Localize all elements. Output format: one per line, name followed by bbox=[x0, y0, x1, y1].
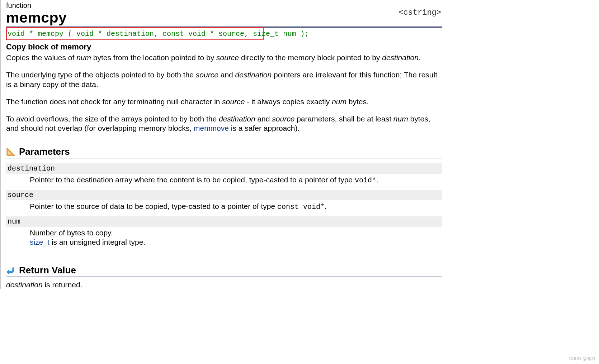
title-row: memcpy <cstring> bbox=[6, 10, 588, 26]
text: The underlying type of the objects point… bbox=[6, 71, 196, 79]
text: Number of bytes to copy. bbox=[30, 229, 113, 237]
source-italic: source bbox=[216, 53, 239, 62]
parameters-section: Parameters destination Pointer to the de… bbox=[6, 146, 588, 247]
text: . bbox=[419, 53, 421, 62]
return-value-heading: Return Value bbox=[19, 265, 76, 276]
return-arrow-icon bbox=[6, 266, 15, 275]
desc-paragraph-3: The function does not check for any term… bbox=[6, 97, 440, 106]
memmove-link[interactable]: memmove bbox=[194, 124, 229, 132]
num-italic: num bbox=[76, 53, 91, 62]
text: Copies the values of bbox=[6, 53, 76, 62]
text: - it always copies exactly bbox=[245, 97, 332, 106]
param-name: num bbox=[6, 216, 442, 227]
text: is a safer approach). bbox=[229, 124, 300, 132]
text: bytes. bbox=[346, 97, 369, 106]
text: bytes from the location pointed to by bbox=[91, 53, 216, 62]
description: Copies the values of num bytes from the … bbox=[6, 53, 588, 133]
code-inline: void* bbox=[355, 176, 376, 185]
return-value-text: destination is returned. bbox=[6, 281, 588, 289]
desc-paragraph-2: The underlying type of the objects point… bbox=[6, 70, 440, 89]
text: Pointer to the destination array where t… bbox=[30, 176, 355, 184]
triangle-ruler-icon bbox=[6, 147, 15, 156]
text: and bbox=[218, 71, 235, 79]
param-source: source Pointer to the source of data to … bbox=[6, 190, 588, 211]
param-name: source bbox=[6, 190, 442, 200]
param-destination: destination Pointer to the destination a… bbox=[6, 163, 588, 185]
text: is an unsigned integral type. bbox=[49, 238, 145, 246]
page-title: memcpy bbox=[6, 10, 588, 26]
watermark: CSDN @逸狼 bbox=[569, 356, 595, 362]
signature-highlight-box: void * memcpy ( void * destination, cons… bbox=[6, 27, 264, 40]
param-desc: Number of bytes to copy. size_t is an un… bbox=[30, 228, 439, 247]
kind-label: function bbox=[6, 1, 588, 10]
param-desc: Pointer to the source of data to be copi… bbox=[30, 202, 439, 211]
desc-paragraph-4: To avoid overflows, the size of the arra… bbox=[6, 114, 440, 133]
size-t-link[interactable]: size_t bbox=[30, 238, 49, 246]
header-include: <cstring> bbox=[398, 8, 441, 17]
text: The function does not check for any term… bbox=[6, 97, 222, 106]
text: To avoid overflows, the size of the arra… bbox=[6, 115, 219, 123]
destination-italic: destination bbox=[219, 115, 255, 123]
parameters-heading: Parameters bbox=[19, 146, 70, 157]
function-signature: void * memcpy ( void * destination, cons… bbox=[8, 30, 309, 38]
subtitle: Copy block of memory bbox=[6, 42, 588, 52]
param-name: destination bbox=[6, 163, 442, 174]
return-value-heading-row: Return Value bbox=[6, 265, 442, 277]
parameters-heading-row: Parameters bbox=[6, 146, 442, 158]
return-value-section: Return Value destination is returned. bbox=[6, 265, 588, 289]
param-desc: Pointer to the destination array where t… bbox=[30, 175, 439, 185]
source-italic: source bbox=[196, 71, 218, 79]
num-italic: num bbox=[332, 97, 346, 106]
destination-italic: destination bbox=[382, 53, 419, 62]
destination-italic: destination bbox=[6, 281, 43, 289]
text: parameters, shall be at least bbox=[294, 115, 393, 123]
text: . bbox=[376, 176, 378, 184]
source-italic: source bbox=[222, 97, 245, 106]
num-italic: num bbox=[393, 115, 408, 123]
param-num: num Number of bytes to copy. size_t is a… bbox=[6, 216, 588, 247]
text: is returned. bbox=[43, 281, 82, 289]
source-italic: source bbox=[272, 115, 294, 123]
desc-paragraph-1: Copies the values of num bytes from the … bbox=[6, 53, 440, 62]
text: directly to the memory block pointed to … bbox=[239, 53, 382, 62]
code-inline: const void* bbox=[277, 203, 325, 211]
text: Pointer to the source of data to be copi… bbox=[30, 202, 277, 210]
destination-italic: destination bbox=[235, 71, 272, 79]
text: . bbox=[325, 202, 327, 210]
text: and bbox=[255, 115, 272, 123]
